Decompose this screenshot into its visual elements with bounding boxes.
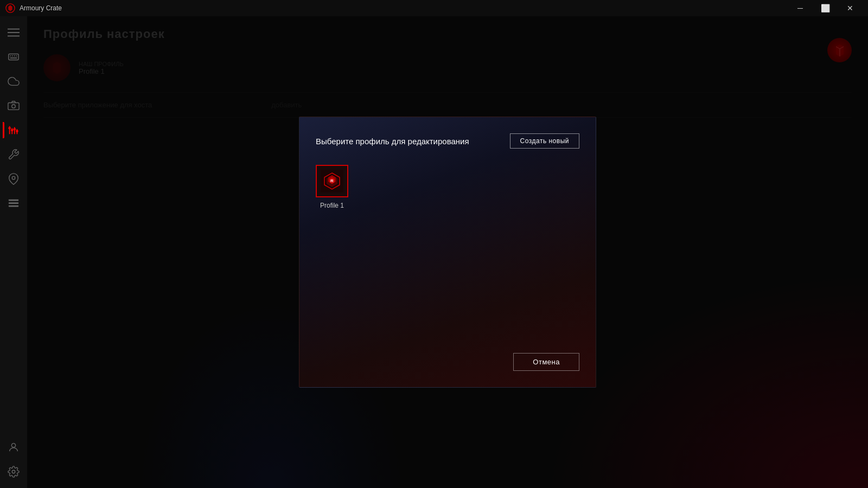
- modal-title: Выберите профиль для редактирования: [316, 137, 469, 146]
- svg-rect-7: [14, 55, 15, 56]
- svg-rect-4: [9, 54, 18, 60]
- svg-rect-9: [10, 57, 17, 59]
- title-bar-controls: ─ ⬜ ✕: [788, 0, 863, 16]
- sidebar-item-cloud[interactable]: [3, 70, 24, 92]
- modal-header: Выберите профиль для редактирования Созд…: [316, 133, 579, 149]
- title-bar-left: Armoury Crate: [5, 3, 62, 13]
- sidebar: [0, 16, 27, 488]
- sidebar-item-settings[interactable]: [3, 461, 24, 483]
- modal-overlay: Выберите профиль для редактирования Созд…: [27, 16, 868, 488]
- sidebar-item-camera[interactable]: [3, 95, 24, 117]
- svg-rect-8: [16, 55, 17, 56]
- sidebar-item-pin[interactable]: [3, 168, 24, 190]
- sidebar-item-menu[interactable]: [3, 22, 24, 43]
- svg-point-20: [12, 176, 15, 179]
- app-icon: [5, 3, 15, 13]
- modal-dialog: Выберите профиль для редактирования Созд…: [299, 117, 596, 388]
- sidebar-item-wrench[interactable]: [3, 144, 24, 165]
- title-bar: Armoury Crate ─ ⬜ ✕: [0, 0, 868, 16]
- app-title: Armoury Crate: [20, 4, 62, 12]
- svg-rect-23: [9, 206, 18, 207]
- svg-rect-22: [9, 202, 18, 204]
- svg-point-18: [14, 128, 16, 131]
- profile-item-label: Profile 1: [320, 202, 344, 209]
- cancel-button[interactable]: Отмена: [513, 353, 579, 371]
- svg-point-24: [11, 444, 15, 447]
- svg-point-25: [12, 470, 15, 473]
- sidebar-item-list[interactable]: [3, 192, 24, 214]
- create-new-button[interactable]: Создать новый: [510, 133, 579, 149]
- modal-footer: Отмена: [316, 342, 579, 371]
- svg-rect-10: [8, 103, 19, 110]
- svg-rect-5: [10, 55, 11, 56]
- sidebar-item-keyboard[interactable]: [3, 46, 24, 68]
- close-button[interactable]: ✕: [838, 0, 863, 16]
- svg-point-11: [12, 105, 15, 108]
- svg-text:R: R: [330, 178, 334, 183]
- sidebar-item-user[interactable]: [3, 436, 24, 458]
- minimize-button[interactable]: ─: [788, 0, 813, 16]
- svg-rect-1: [8, 29, 20, 30]
- svg-rect-6: [12, 55, 13, 56]
- maximize-button[interactable]: ⬜: [813, 0, 838, 16]
- svg-rect-21: [9, 200, 18, 201]
- profiles-grid: R Profile 1: [316, 165, 579, 342]
- svg-rect-3: [8, 36, 20, 37]
- svg-rect-2: [8, 32, 20, 33]
- profile-item[interactable]: R Profile 1: [316, 165, 348, 342]
- sidebar-item-equalizer[interactable]: [3, 119, 24, 141]
- main-content: Профиль настроек НАШ ПРОФИЛЬ Profile 1: [27, 16, 868, 488]
- svg-point-16: [8, 127, 11, 130]
- svg-point-17: [11, 129, 14, 132]
- svg-point-19: [16, 130, 18, 133]
- profile-thumbnail: R: [316, 165, 348, 197]
